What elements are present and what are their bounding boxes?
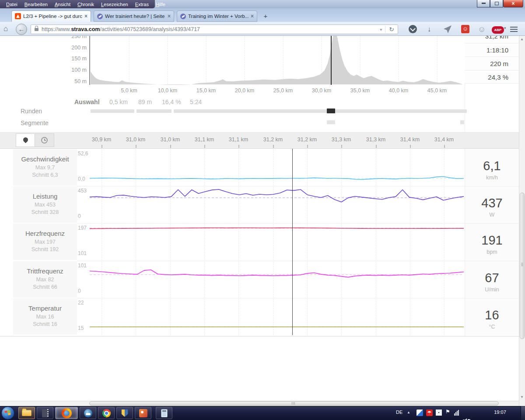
tick-label: 31,0 km: [120, 136, 151, 143]
menu-lesezeichen[interactable]: Lesezeichen: [98, 1, 132, 8]
restore-button[interactable]: [490, 0, 503, 7]
tray-clock[interactable]: 19:07: [489, 410, 511, 415]
elevation-x-label: 25,0 km: [268, 88, 298, 94]
addon-smiley-icon[interactable]: ☺: [461, 25, 469, 33]
axis-min-label: 101: [78, 250, 87, 256]
tray-app-icon[interactable]: [416, 410, 423, 416]
location-pin-icon: [22, 136, 29, 143]
taskbar-chrome-button[interactable]: [98, 407, 115, 419]
chat-smiley-icon[interactable]: ☺: [478, 25, 486, 33]
url-dropdown-icon[interactable]: ▾: [377, 27, 385, 32]
adblock-button[interactable]: ABP▾: [492, 25, 506, 34]
avira-umbrella-icon[interactable]: ☂: [426, 410, 433, 416]
lap-bar[interactable]: [136, 109, 172, 113]
menu-hilfe[interactable]: Hilfe: [152, 1, 169, 8]
tick-label: 31,3 km: [326, 136, 357, 143]
new-tab-button[interactable]: +: [260, 12, 271, 21]
download-icon[interactable]: ↓: [427, 25, 431, 33]
show-desktop-button[interactable]: [521, 406, 525, 420]
menu-extras[interactable]: Extras: [132, 1, 152, 8]
metric-value-speed: 6,1 km/h: [465, 149, 519, 186]
vertical-scrollbar-thumb[interactable]: [520, 192, 525, 339]
metric-max: Max 9,7: [13, 163, 77, 171]
tab-close-icon[interactable]: ×: [84, 13, 88, 19]
action-center-flag-icon[interactable]: ⚑: [445, 409, 450, 415]
tab-title: L2/3 + Pipeline -> gut durc...: [23, 14, 82, 19]
heartrate-chart[interactable]: [90, 223, 464, 261]
cadence-chart[interactable]: [90, 261, 464, 298]
segment-marker[interactable]: [460, 120, 464, 124]
tab-close-icon[interactable]: ×: [251, 13, 254, 19]
stat-grade: 24,3 %: [465, 70, 519, 84]
restore-icon: [495, 2, 499, 5]
menu-bearbeiten[interactable]: Bearbeiten: [21, 1, 51, 8]
metric-current-value: 16: [465, 298, 519, 322]
close-button[interactable]: ×: [503, 0, 523, 7]
metric-value-temperature: 16 °C: [465, 298, 519, 335]
tick-label: 31,1 km: [223, 136, 254, 143]
elevation-cursor: [331, 36, 332, 85]
tick-label: 31,2 km: [291, 136, 323, 143]
time-toggle-button[interactable]: [35, 133, 54, 147]
axis-max-label: 101: [78, 262, 87, 269]
axis-max-label: 22: [78, 300, 84, 306]
taskbar-moviemaker-button[interactable]: [37, 407, 53, 419]
axis-min-label: 0: [78, 288, 81, 294]
taskbar-photo-app-button[interactable]: [135, 407, 151, 419]
volume-icon[interactable]: [463, 418, 470, 420]
tab-forum-1[interactable]: Wer trainiert heute? | Seite ... ×: [94, 10, 174, 22]
folder-icon: [22, 410, 32, 416]
lap-selected-marker[interactable]: [327, 108, 335, 113]
temperature-chart[interactable]: [90, 298, 464, 336]
menu-chronik[interactable]: Chronik: [74, 1, 98, 8]
speed-chart[interactable]: [90, 149, 464, 186]
horizontal-scrollbar-thumb[interactable]: [89, 401, 499, 406]
tab-forum-2[interactable]: Training im Winter + Vorb... ×: [177, 10, 257, 22]
network-signal-icon[interactable]: [454, 410, 459, 416]
tick-mark: [204, 145, 205, 148]
adblock-icon: ABP: [492, 26, 504, 34]
taskbar-firefox-button[interactable]: [55, 407, 78, 419]
back-button[interactable]: ←: [16, 24, 27, 35]
power-chart[interactable]: [90, 186, 464, 224]
metric-max: Max 16: [13, 312, 77, 320]
metric-unit: °C: [465, 322, 519, 330]
lap-bar[interactable]: [91, 109, 134, 113]
menu-hamburger-icon[interactable]: [510, 25, 518, 33]
menu-bar: Datei Bearbeiten Ansicht Chronik Lesezei…: [0, 0, 155, 8]
tab-close-icon[interactable]: ×: [168, 13, 171, 19]
reload-icon[interactable]: ↻: [385, 26, 398, 33]
tray-expand-icon[interactable]: ▲: [407, 410, 410, 414]
lap-bar[interactable]: [174, 109, 467, 113]
selection-time: 5:24: [190, 98, 202, 105]
elevation-y-axis: [89, 36, 90, 85]
elevation-chart[interactable]: [90, 36, 464, 85]
adblock-caret-icon: ▾: [504, 26, 506, 30]
taskbar-calculator-button[interactable]: [156, 407, 172, 419]
scroll-up-icon[interactable]: ▲: [519, 36, 525, 43]
elevation-x-label: 10,0 km: [152, 88, 183, 94]
elevation-y-label: 50 m: [56, 78, 87, 84]
taskbar-cloud-app-button[interactable]: [80, 407, 96, 419]
pocket-icon[interactable]: [409, 25, 417, 33]
home-icon[interactable]: ⌂: [4, 24, 8, 33]
axis-max-label: 453: [78, 188, 87, 194]
menu-ansicht[interactable]: Ansicht: [51, 1, 74, 8]
forum-favicon: [97, 14, 103, 19]
tray-language-indicator[interactable]: DE: [396, 410, 402, 415]
stat-elevation: 220 m: [465, 56, 519, 70]
menu-datei[interactable]: Datei: [3, 1, 21, 8]
marker-toggle-button[interactable]: [16, 133, 35, 147]
tray-windows-icon[interactable]: [436, 410, 442, 416]
lock-icon: [35, 28, 38, 31]
tab-strava-activity[interactable]: L2/3 + Pipeline -> gut durc... ×: [11, 10, 91, 22]
start-button[interactable]: [1, 406, 14, 420]
url-bar[interactable]: https://www.strava.com/activities/407523…: [31, 24, 398, 34]
taskbar-explorer-button[interactable]: [18, 407, 35, 419]
taskbar-defender-button[interactable]: [116, 407, 133, 419]
elevation-x-label: 35,0 km: [345, 88, 375, 94]
scroll-down-icon[interactable]: ▼: [519, 394, 525, 401]
url-path: /activities/407523689/analysis/4393/4717: [100, 26, 200, 32]
minimize-button[interactable]: [477, 0, 490, 7]
segment-marker[interactable]: [327, 120, 335, 124]
